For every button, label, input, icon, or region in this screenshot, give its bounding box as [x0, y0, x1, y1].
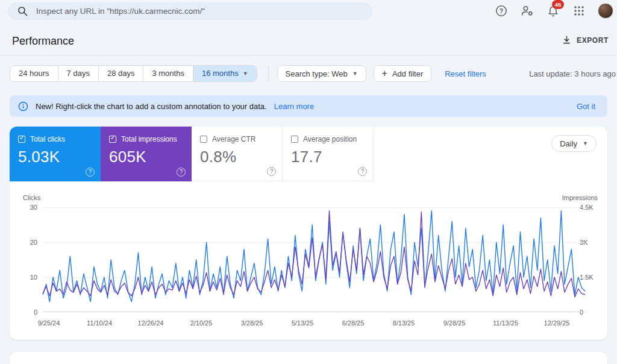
apps-grid-icon[interactable] — [572, 4, 586, 18]
ytick-left: 10 — [14, 274, 37, 281]
card-label: Total clicks — [30, 135, 65, 143]
line-chart[interactable] — [43, 207, 585, 312]
help-icon[interactable]: ? — [177, 168, 186, 177]
download-icon — [562, 36, 571, 45]
card-label: Average CTR — [212, 135, 255, 143]
add-filter-label: Add filter — [392, 69, 423, 78]
xtick: 11/13/25 — [493, 319, 518, 327]
card-label: Average position — [303, 135, 357, 143]
notification-badge: 45 — [552, 0, 564, 9]
xtick: 5/13/25 — [292, 319, 314, 327]
performance-panel: Total clicks 5.03K ? Total impressions 6… — [10, 127, 607, 340]
card-average-position[interactable]: Average position 17.7 ? — [283, 127, 374, 181]
help-button[interactable]: ? — [494, 4, 509, 18]
help-icon[interactable]: ? — [358, 167, 367, 176]
avatar[interactable] — [598, 3, 613, 19]
card-value: 5.03K — [18, 148, 93, 166]
banner-text: New! Right-click the chart to add a cust… — [36, 102, 267, 111]
chevron-down-icon: ▼ — [243, 71, 248, 77]
checkbox-total-clicks[interactable] — [18, 136, 25, 143]
range-16-months[interactable]: 16 months ▼ — [193, 66, 257, 81]
export-button[interactable]: EXPORT — [562, 36, 609, 45]
chart-canvas — [43, 207, 585, 312]
svg-text:?: ? — [500, 7, 503, 14]
last-update-text: Last update: 3 hours ago — [529, 69, 616, 78]
checkbox-total-impressions[interactable] — [109, 136, 116, 143]
search-type-label: Search type: Web — [286, 69, 348, 78]
checkbox-average-position[interactable] — [291, 136, 298, 143]
range-7-days[interactable]: 7 days — [58, 66, 98, 81]
search-icon — [17, 6, 28, 16]
interval-dropdown[interactable]: Daily ▼ — [551, 135, 597, 152]
ytick-left: 30 — [14, 204, 37, 211]
x-axis-labels: 9/25/24 11/10/24 12/26/24 2/10/25 3/28/2… — [43, 319, 585, 328]
reset-filters-link[interactable]: Reset filters — [445, 69, 486, 78]
date-range-group: 24 hours 7 days 28 days 3 months 16 mont… — [10, 65, 257, 82]
range-3-months[interactable]: 3 months — [143, 66, 192, 81]
chevron-down-icon: ▼ — [583, 141, 588, 146]
help-icon[interactable]: ? — [86, 168, 95, 177]
chevron-down-icon: ▼ — [352, 71, 358, 77]
ytick-left: 0 — [14, 309, 37, 316]
range-24-hours[interactable]: 24 hours — [10, 66, 58, 81]
xtick: 3/28/25 — [241, 319, 263, 327]
url-inspect-search[interactable] — [8, 2, 372, 20]
interval-label: Daily — [560, 139, 577, 148]
card-label: Total impressions — [121, 135, 177, 143]
card-value: 0.8% — [200, 148, 275, 166]
tables-panel — [10, 352, 607, 364]
export-label: EXPORT — [577, 36, 609, 45]
xtick: 12/26/24 — [138, 319, 164, 327]
card-value: 17.7 — [291, 148, 366, 166]
learn-more-link[interactable]: Learn more — [274, 102, 314, 111]
checkbox-average-ctr[interactable] — [200, 136, 207, 143]
range-16-months-label: 16 months — [202, 66, 239, 81]
card-total-impressions[interactable]: Total impressions 605K ? — [101, 127, 192, 181]
info-icon — [18, 101, 28, 111]
series-total-impressions — [43, 211, 585, 297]
topbar: ? 45 — [0, 0, 617, 22]
xtick: 12/29/25 — [544, 319, 570, 327]
ytick-left: 20 — [14, 239, 37, 246]
plus-icon: + — [382, 69, 387, 78]
card-average-ctr[interactable]: Average CTR 0.8% ? — [192, 127, 283, 181]
filter-row: 24 hours 7 days 28 days 3 months 16 mont… — [10, 65, 616, 82]
search-type-dropdown[interactable]: Search type: Web ▼ — [277, 65, 366, 82]
notifications-bell-icon[interactable]: 45 — [546, 4, 560, 18]
got-it-button[interactable]: Got it — [577, 102, 595, 111]
add-filter-button[interactable]: + Add filter — [374, 65, 432, 82]
card-total-clicks[interactable]: Total clicks 5.03K ? — [10, 127, 101, 181]
xtick: 11/10/24 — [87, 319, 112, 327]
help-icon[interactable]: ? — [267, 167, 276, 176]
user-settings-icon[interactable] — [520, 4, 534, 18]
range-28-days[interactable]: 28 days — [98, 66, 143, 81]
url-inspect-input[interactable] — [36, 7, 363, 16]
xtick: 6/28/25 — [342, 319, 365, 327]
right-axis-title: Impressions — [562, 194, 598, 201]
metric-cards: Total clicks 5.03K ? Total impressions 6… — [10, 127, 374, 181]
xtick: 2/10/25 — [190, 319, 213, 327]
page-title: Performance — [12, 35, 74, 48]
header-divider — [0, 55, 617, 56]
xtick: 9/25/24 — [38, 319, 60, 327]
xtick: 8/13/25 — [393, 319, 415, 327]
left-axis-title: Clicks — [23, 194, 40, 201]
filter-divider — [268, 66, 269, 81]
annotation-banner: New! Right-click the chart to add a cust… — [10, 95, 607, 117]
xtick: 9/28/25 — [443, 319, 466, 327]
card-value: 605K — [109, 148, 184, 166]
